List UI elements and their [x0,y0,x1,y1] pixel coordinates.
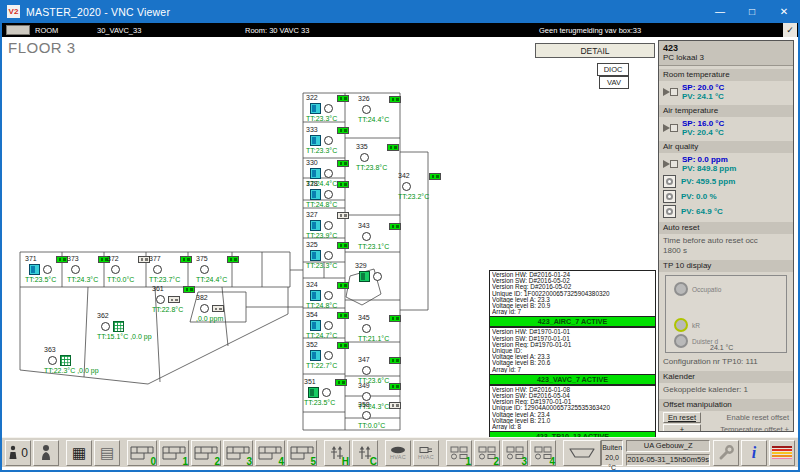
temp-sensor-icon[interactable] [101,322,110,331]
taskbar-boat-button[interactable] [563,440,601,466]
taskbar-tools-button[interactable] [713,440,739,466]
taskbar-floor-0-button[interactable]: 0 [127,440,157,466]
room-325[interactable]: 325TT:23.3°C [306,241,352,269]
room-326[interactable]: 326TT:24.4°C [358,95,404,123]
room-361[interactable]: 361TT:22.8°C [152,285,198,313]
vav-box-icon[interactable] [310,189,321,200]
room-352[interactable]: 352TT:22.7°C [306,341,352,369]
taskbar-plant-4-button[interactable]: 4 [530,440,556,466]
taskbar-grid-view-light-button[interactable]: ▤ [94,440,120,466]
temp-sensor-icon[interactable] [324,291,333,300]
taskbar-floor-2-button[interactable]: 2 [191,440,221,466]
temp-sensor-icon[interactable] [373,272,382,281]
temp-sensor-icon[interactable] [200,304,209,313]
vav-box-icon[interactable] [308,387,319,398]
detail-button[interactable]: DETAIL [535,43,655,58]
temp-offset-plus-button[interactable]: + [663,424,701,432]
temp-sensor-icon[interactable] [324,221,333,230]
temp-sensor-icon[interactable] [324,104,333,113]
room-347[interactable]: 347TT:23.6°C [358,356,404,384]
temp-sensor-icon[interactable] [48,356,57,365]
dioc-vav-box[interactable]: DIOC VAV [597,63,629,89]
taskbar-floor-4-button[interactable]: 4 [255,440,285,466]
room-354[interactable]: 354TT:24.7°C [306,311,352,339]
room-327[interactable]: 327TT:23.9°C [306,211,352,239]
temp-sensor-icon[interactable] [324,321,333,330]
taskbar-user-statue-button[interactable] [33,440,59,466]
damper-icon[interactable] [663,160,678,168]
room-343[interactable]: 343TT:23.1°C [358,222,404,250]
temp-sensor-icon[interactable] [324,251,333,260]
temp-sensor-icon[interactable] [111,265,120,274]
taskbar-info-counter-button[interactable]: 0 [5,440,31,466]
maximize-button[interactable]: □ [736,0,768,23]
taskbar-plant-3-button[interactable]: 3 [502,440,528,466]
taskbar-plant-1-button[interactable]: 1 [446,440,472,466]
room-324[interactable]: 324TT:24.8°C [306,281,352,309]
vav-box-icon[interactable] [310,320,321,331]
taskbar-hvac-power-button[interactable]: HVAC [413,440,439,466]
room-342[interactable]: 342TT:23.2°C [398,172,444,200]
vav-box-icon[interactable] [359,271,370,282]
room-377[interactable]: 377TT:23.7°C [149,255,195,283]
taskbar-language-flag-button[interactable] [769,440,795,466]
taskbar-floor-5-button[interactable]: 5 [287,440,317,466]
temp-sensor-icon[interactable] [43,265,52,274]
temp-sensor-icon[interactable] [153,265,162,274]
room-371[interactable]: 371TT:23.5°C [25,255,71,283]
room-333[interactable]: 333TT:23.3°C [306,126,352,154]
temp-sensor-icon[interactable] [324,190,333,199]
room-375[interactable]: 375TT:24.4°C [196,255,242,283]
temp-sensor-icon[interactable] [156,295,165,304]
vav-box-icon[interactable] [310,250,321,261]
room-358[interactable]: 358TT:0.0°C [358,401,404,429]
topbar-button[interactable] [6,25,30,35]
taskbar-info-button[interactable]: i [741,440,767,466]
room-345[interactable]: 345TT:21.1°C [358,314,404,342]
temp-sensor-icon[interactable] [324,136,333,145]
room-328[interactable]: 328TT:24.8°C [306,180,352,208]
temp-sensor-icon[interactable] [402,182,411,191]
vav-box-icon[interactable] [310,290,321,301]
room-362[interactable]: 362TT:15.1°C ,0.0 pp [97,312,143,340]
temp-sensor-icon[interactable] [362,392,371,401]
temp-sensor-icon[interactable] [362,324,371,333]
room-372[interactable]: 372TT:0.0°C [107,255,153,283]
vav-box-icon[interactable] [310,350,321,361]
temp-sensor-icon[interactable] [362,411,371,420]
temp-sensor-icon[interactable] [324,169,333,178]
minimize-button[interactable]: — [704,0,736,23]
taskbar-plant-2-button[interactable]: 2 [474,440,500,466]
vav-box-icon[interactable] [310,168,321,179]
vav-box-icon[interactable] [310,220,321,231]
taskbar-grid-view-dark-button[interactable]: ▦ [66,440,92,466]
temp-sensor-icon[interactable] [71,265,80,274]
enable-reset-offset-button[interactable]: En reset [663,412,701,423]
taskbar-cooling-button[interactable]: C [352,440,378,466]
temp-sensor-icon[interactable] [360,153,369,162]
room-351[interactable]: 351TT:23.5°C [304,378,350,406]
room-363[interactable]: 363TT:22.3°C ,0.0 pp [44,346,90,374]
radiator-icon[interactable] [60,355,71,366]
temp-sensor-icon[interactable] [200,265,209,274]
temp-sensor-icon[interactable] [322,388,331,397]
vav-box-icon[interactable] [310,103,321,114]
radiator-icon[interactable] [113,321,124,332]
taskbar-heating-button[interactable]: H [324,440,350,466]
room-382[interactable]: 382,0.0 ppm [196,294,242,322]
damper-icon[interactable] [663,124,678,132]
close-button[interactable]: ✕ [768,0,800,23]
room-322[interactable]: 322TT:23.3°C [306,94,352,122]
taskbar-hvac-air-button[interactable]: HVAC [385,440,411,466]
taskbar-floor-1-button[interactable]: 1 [159,440,189,466]
check-icon[interactable]: ✓ [783,23,797,37]
vav-box-icon[interactable] [29,264,40,275]
vav-box-icon[interactable] [310,135,321,146]
temp-sensor-icon[interactable] [324,351,333,360]
damper-icon[interactable] [663,88,678,96]
temp-sensor-icon[interactable] [362,366,371,375]
room-329[interactable]: 329 [355,262,401,283]
temp-sensor-icon[interactable] [362,105,371,114]
temp-sensor-icon[interactable] [362,232,371,241]
room-335[interactable]: 335TT:23.8°C [356,143,402,171]
